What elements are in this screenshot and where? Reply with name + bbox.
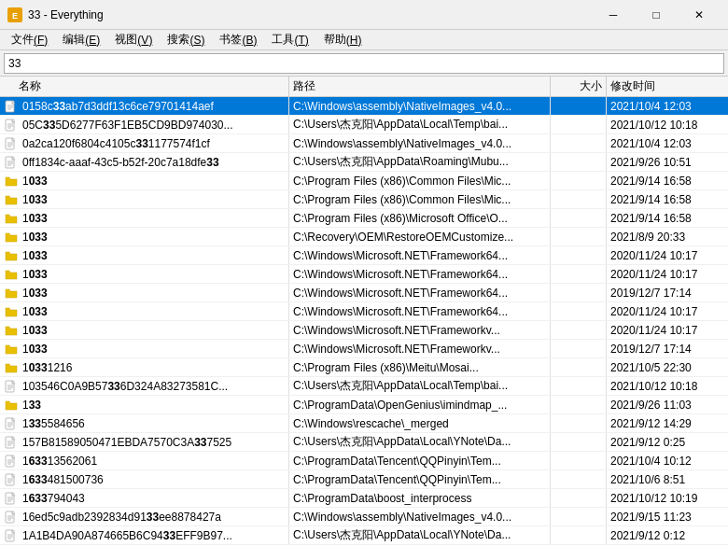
file-modified-cell: 2021/9/14 16:58	[607, 190, 728, 208]
file-size-cell	[551, 228, 607, 245]
column-path[interactable]: 路径	[289, 77, 551, 96]
file-icon	[4, 435, 19, 450]
file-size-cell	[551, 396, 607, 413]
folder-icon	[4, 192, 19, 207]
file-size-cell	[551, 190, 607, 208]
table-row[interactable]: 1033C:\Program Files (x86)\Common Files\…	[0, 172, 728, 190]
table-row[interactable]: 163313562061C:\ProgramData\Tencent\QQPin…	[0, 452, 728, 470]
file-name: 1335584656	[22, 417, 85, 430]
table-row[interactable]: 157B81589050471EBDA7570C3A337525C:\Users…	[0, 433, 728, 452]
file-name-cell: 103546C0A9B57336D324A83273581C...	[0, 377, 289, 395]
file-modified-cell: 2019/12/7 17:14	[607, 340, 728, 357]
file-modified-cell: 2020/11/24 10:17	[607, 246, 728, 264]
file-name: 1033	[22, 193, 48, 206]
file-path-cell: C:\Users\杰克阳\AppData\Roaming\Mubu...	[289, 153, 551, 171]
menu-view[interactable]: 视图(V)	[107, 30, 160, 50]
table-row[interactable]: 1633481500736C:\ProgramData\Tencent\QQPi…	[0, 470, 728, 489]
file-size-cell	[551, 508, 607, 525]
file-modified-cell: 2021/9/12 0:25	[607, 433, 728, 451]
file-path-cell: C:\Recovery\OEM\RestoreOEMCustomize...	[289, 228, 551, 245]
file-name: 1033	[22, 305, 48, 318]
folder-icon	[4, 304, 19, 319]
file-modified-cell: 2021/10/12 10:18	[607, 377, 728, 395]
file-name: 1633481500736	[22, 473, 104, 486]
table-row[interactable]: 1335584656C:\Windows\rescache\_merged202…	[0, 414, 728, 433]
file-name-cell: 1033	[0, 321, 289, 339]
file-size-cell	[551, 321, 607, 339]
file-size-cell	[551, 452, 607, 469]
file-name: 1033	[22, 268, 48, 281]
file-path-cell: C:\Program Files (x86)\Common Files\Mic.…	[289, 172, 551, 189]
file-name: 103546C0A9B57336D324A83273581C...	[22, 380, 228, 393]
table-row[interactable]: 1033C:\Program Files (x86)\Common Files\…	[0, 190, 728, 209]
file-size-cell	[551, 153, 607, 171]
menu-file[interactable]: 文件(F)	[4, 30, 55, 50]
file-size-cell	[551, 246, 607, 264]
window-title: 33 - Everything	[28, 8, 592, 21]
file-name: 1633794043	[22, 492, 85, 505]
search-bar	[0, 50, 728, 77]
menu-help[interactable]: 帮助(H)	[316, 30, 370, 50]
table-row[interactable]: 1033C:\Recovery\OEM\RestoreOEMCustomize.…	[0, 228, 728, 246]
column-name[interactable]: 名称	[0, 77, 289, 96]
file-name-cell: 0158c33ab7d3ddf13c6ce79701414aef	[0, 97, 289, 115]
file-size-cell	[551, 377, 607, 395]
file-path-cell: C:\Program Files (x86)\Microsoft Office\…	[289, 209, 551, 227]
close-button[interactable]: ✕	[678, 0, 721, 30]
table-row[interactable]: 0a2ca120f6804c4105c331177574f1cfC:\Windo…	[0, 134, 728, 153]
folder-icon	[4, 286, 19, 301]
file-name: 0158c33ab7d3ddf13c6ce79701414aef	[22, 100, 214, 113]
menu-edit[interactable]: 编辑(E)	[55, 30, 107, 50]
column-headers: 名称 路径 大小 修改时间	[0, 77, 728, 97]
file-path-cell: C:\Windows\Microsoft.NET\Framework64...	[289, 265, 551, 283]
menu-search[interactable]: 搜索(S)	[160, 30, 212, 50]
table-row[interactable]: 1033C:\Program Files (x86)\Microsoft Off…	[0, 209, 728, 228]
file-name-cell: 1033	[0, 265, 289, 283]
window-controls[interactable]: ─ □ ✕	[592, 0, 721, 30]
table-row[interactable]: 0ff1834c-aaaf-43c5-b52f-20c7a18dfe33C:\U…	[0, 153, 728, 172]
file-modified-cell: 2021/9/14 16:58	[607, 172, 728, 189]
minimize-button[interactable]: ─	[592, 0, 635, 30]
table-row[interactable]: 133C:\ProgramData\OpenGenius\imindmap_..…	[0, 396, 728, 414]
folder-icon	[4, 267, 19, 282]
table-row[interactable]: 1033C:\Windows\Microsoft.NET\Framework64…	[0, 265, 728, 284]
file-size-cell	[551, 433, 607, 451]
table-row[interactable]: 1033C:\Windows\Microsoft.NET\Frameworkv.…	[0, 321, 728, 340]
table-row[interactable]: 1033C:\Windows\Microsoft.NET\Framework64…	[0, 246, 728, 265]
file-size-cell	[551, 526, 607, 544]
table-row[interactable]: 0158c33ab7d3ddf13c6ce79701414aefC:\Windo…	[0, 97, 728, 116]
svg-text:E: E	[12, 11, 18, 21]
table-row[interactable]: 1033C:\Windows\Microsoft.NET\Frameworkv.…	[0, 340, 728, 358]
file-modified-cell: 2021/9/12 14:29	[607, 414, 728, 432]
file-icon	[4, 155, 19, 170]
file-path-cell: C:\Windows\assembly\NativeImages_v4.0...	[289, 508, 551, 525]
file-name: 1033	[22, 212, 48, 225]
folder-icon	[4, 174, 19, 189]
app-icon: E	[7, 7, 22, 22]
search-input[interactable]	[4, 53, 724, 74]
file-path-cell: C:\Users\杰克阳\AppData\Local\Temp\bai...	[289, 377, 551, 395]
table-row[interactable]: 1033C:\Windows\Microsoft.NET\Framework64…	[0, 284, 728, 302]
file-name-cell: 1A1B4DA90A874665B6C9433EFF9B97...	[0, 526, 289, 544]
table-row[interactable]: 1033C:\Windows\Microsoft.NET\Framework64…	[0, 302, 728, 321]
table-row[interactable]: 1633794043C:\ProgramData\boost_interproc…	[0, 489, 728, 508]
menu-tools[interactable]: 工具(T)	[264, 30, 315, 50]
file-icon	[4, 528, 19, 543]
column-modified[interactable]: 修改时间	[607, 77, 728, 96]
maximize-button[interactable]: □	[635, 0, 678, 30]
menu-bar: 文件(F) 编辑(E) 视图(V) 搜索(S) 书签(B) 工具(T) 帮助(H…	[0, 30, 728, 50]
file-path-cell: C:\ProgramData\Tencent\QQPinyin\Tem...	[289, 452, 551, 469]
file-name: 1A1B4DA90A874665B6C9433EFF9B97...	[22, 529, 232, 542]
table-row[interactable]: 16ed5c9adb2392834d9133ee8878427aC:\Windo…	[0, 508, 728, 526]
file-path-cell: C:\ProgramData\OpenGenius\imindmap_...	[289, 396, 551, 413]
table-row[interactable]: 103546C0A9B57336D324A83273581C...C:\User…	[0, 377, 728, 396]
menu-bookmarks[interactable]: 书签(B)	[212, 30, 264, 50]
column-size[interactable]: 大小	[551, 77, 607, 96]
table-row[interactable]: 10331216C:\Program Files (x86)\Meitu\Mos…	[0, 358, 728, 377]
table-row[interactable]: 1A1B4DA90A874665B6C9433EFF9B97...C:\User…	[0, 526, 728, 545]
file-name-cell: 1033	[0, 228, 289, 245]
file-icon	[4, 510, 19, 525]
file-name: 1033	[22, 343, 48, 356]
file-path-cell: C:\Windows\Microsoft.NET\Framework64...	[289, 284, 551, 301]
table-row[interactable]: 05C335D6277F63F1EB5CD9BD974030...C:\User…	[0, 116, 728, 134]
